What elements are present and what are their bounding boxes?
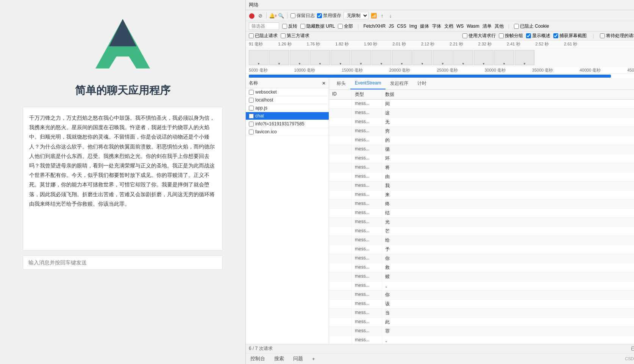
network-item-websocket[interactable]: websocket (246, 88, 329, 96)
event-row[interactable]: mess... 终 21:03:... (329, 200, 634, 209)
use-large-rows[interactable]: 使用大请求行 (462, 33, 496, 39)
tab-console[interactable]: 控制台 (249, 354, 267, 363)
search-icon[interactable]: 🔍 (278, 12, 284, 19)
id-column-header: ID (329, 90, 352, 99)
event-tabs: 标头 EventStream 发起程序 计时 (329, 78, 634, 90)
network-item-favicon[interactable]: favicon.ico (246, 128, 329, 136)
event-row[interactable]: mess... 穷 21:03:... (329, 127, 634, 136)
screenshot-thumb-7[interactable] (372, 50, 391, 65)
tab-headers[interactable]: 标头 (332, 78, 350, 89)
event-row[interactable]: mess... 该 21:03:... (329, 300, 634, 309)
network-item-info[interactable]: info?t=16191931797585 (246, 120, 329, 128)
vue-logo (89, 15, 157, 76)
preserve-log-checkbox[interactable]: 保留日志 (290, 12, 315, 19)
screenshot-thumb-11[interactable] (453, 50, 473, 65)
js-filter[interactable]: JS (389, 23, 394, 29)
group-by-frame[interactable]: 按帧分组 (499, 33, 523, 39)
screenshot-thumb-9[interactable] (412, 50, 432, 65)
event-row[interactable]: mess... 结 21:03:... (329, 209, 634, 218)
event-row[interactable]: mess... 来 21:03:... (329, 191, 634, 200)
tab-add[interactable]: + (311, 355, 317, 363)
event-row[interactable]: mess... 由 21:03:... (329, 172, 634, 181)
event-row[interactable]: mess... 救 21:03:... (329, 263, 634, 272)
disable-cache-checkbox[interactable]: 禁用缓存 (317, 12, 341, 19)
all-filter[interactable]: 全部 (338, 23, 353, 30)
event-panel: 标头 EventStream 发起程序 计时 ID 类型 数据 时间 mess.… (329, 78, 634, 344)
event-row[interactable]: mess... 给 21:03:... (329, 236, 634, 245)
event-row[interactable]: mess... 将 21:03:... (329, 163, 634, 172)
chat-content[interactable]: 千万刀锋之力，万丈烈焰之怒在我心中鼓荡。我不惧怕圣火，我必须以身为信，我携来光的… (23, 107, 223, 251)
manifest-filter[interactable]: 清单 (483, 23, 492, 30)
filter-bar: 反转 隐藏数据 URL 全部 | Fetch/XHR JS CSS Img 媒体… (246, 21, 634, 31)
event-row[interactable]: mess... 芒 21:03:... (329, 227, 634, 236)
screenshot-thumb-5[interactable] (331, 50, 350, 65)
font-filter[interactable]: 字体 (432, 23, 441, 30)
screenshot-thumb-10[interactable] (433, 50, 453, 65)
event-row[interactable]: mess... 环 21:03:... (329, 154, 634, 163)
event-row[interactable]: mess... 间 21:03:... (329, 100, 634, 109)
tab-issues[interactable]: 问题 (292, 354, 305, 363)
screenshot-thumb-2[interactable] (269, 50, 289, 65)
import-icon[interactable]: ↑ (379, 12, 385, 19)
media-filter[interactable]: 媒体 (420, 23, 429, 30)
blocked-requests-filter[interactable]: 已阻止请求 (249, 33, 278, 39)
fetch-xhr-filter[interactable]: Fetch/XHR (363, 23, 386, 29)
event-row[interactable]: mess... 。 21:03:... (329, 281, 634, 291)
doc-filter[interactable]: 文档 (444, 23, 453, 30)
close-filter-icon[interactable]: ✕ (322, 81, 326, 86)
css-filter[interactable]: CSS (397, 23, 406, 29)
stop-icon[interactable]: ⊘ (257, 12, 263, 19)
network-item-appjs[interactable]: app.js (246, 104, 329, 112)
export-icon[interactable]: ↓ (387, 12, 394, 19)
event-row[interactable]: mess... 当 21:03:... (329, 309, 634, 318)
wasm-filter[interactable]: Wasm (467, 23, 479, 29)
toolbar-separator-2 (287, 12, 287, 19)
other-filter[interactable]: 其他 (495, 23, 504, 30)
event-table[interactable]: ID 类型 数据 时间 mess... 间 21:03:... mess... … (329, 90, 634, 344)
tab-timing[interactable]: 计时 (413, 78, 431, 89)
screenshot-thumb-6[interactable] (351, 50, 371, 65)
event-row[interactable]: mess... 此 21:03:... (329, 318, 634, 327)
timeline-progress (246, 74, 634, 78)
event-row[interactable]: mess... 。 21:03:... (329, 336, 634, 344)
screenshot-thumb-4[interactable] (310, 50, 330, 65)
event-row[interactable]: mess... 你 21:03:... (329, 254, 634, 263)
event-row[interactable]: mess... 我 21:03:... (329, 181, 634, 191)
tab-initiator[interactable]: 发起程序 (386, 78, 413, 89)
screenshot-thumb-8[interactable] (392, 50, 412, 65)
chat-input[interactable] (23, 255, 223, 270)
screenshot-thumb-12[interactable] (474, 50, 493, 65)
event-row[interactable]: mess... 予 21:03:... (329, 245, 634, 254)
event-row[interactable]: mess... 循 21:03:... (329, 145, 634, 154)
show-overview[interactable]: 显示概述 (526, 33, 550, 39)
filter-input[interactable] (249, 22, 279, 30)
event-row[interactable]: mess... 无 21:03:... (329, 118, 634, 127)
inverse-filter[interactable]: 反转 (282, 23, 297, 30)
screenshot-thumb-14[interactable] (515, 50, 534, 65)
event-row[interactable]: mess... 光 21:03:... (329, 218, 634, 227)
app-title: 简单的聊天应用程序 (75, 83, 170, 98)
screenshot-thumb-3[interactable] (290, 50, 309, 65)
event-row[interactable]: mess... 的 21:03:... (329, 136, 634, 145)
record-icon[interactable]: ⬤ (249, 12, 255, 19)
hide-data-url[interactable]: 隐藏数据 URL (300, 23, 335, 30)
event-row[interactable]: mess... 罪 21:03:... (329, 327, 634, 336)
event-row[interactable]: mess... 你 21:03:... (329, 291, 634, 300)
capture-screenshots[interactable]: 捕获屏幕截图 (553, 33, 587, 39)
alert-icon[interactable]: 🔔8 (270, 12, 276, 19)
event-row[interactable]: mess... 赎 21:03:... (329, 272, 634, 281)
network-item-chat[interactable]: chat (246, 112, 329, 120)
network-item-localhost[interactable]: localhost (246, 96, 329, 104)
pending-requests[interactable]: 将待处理的请求包含在HAR文件中 (600, 33, 634, 39)
tab-search[interactable]: 搜索 (273, 354, 286, 363)
screenshot-thumb-1[interactable] (249, 50, 269, 65)
blocked-cookies-filter[interactable]: 已阻止 Cookie (514, 23, 549, 30)
tab-eventstream[interactable]: EventStream (350, 78, 386, 89)
online-icon[interactable]: 📶 (371, 12, 377, 19)
third-party-filter[interactable]: 第三方请求 (281, 33, 309, 39)
img-filter[interactable]: Img (409, 23, 417, 29)
screenshot-thumb-13[interactable] (494, 50, 514, 65)
event-row[interactable]: mess... 这 21:03:... (329, 109, 634, 118)
throttle-select[interactable]: 无限制 (344, 12, 369, 19)
ws-filter[interactable]: WS (456, 23, 464, 29)
